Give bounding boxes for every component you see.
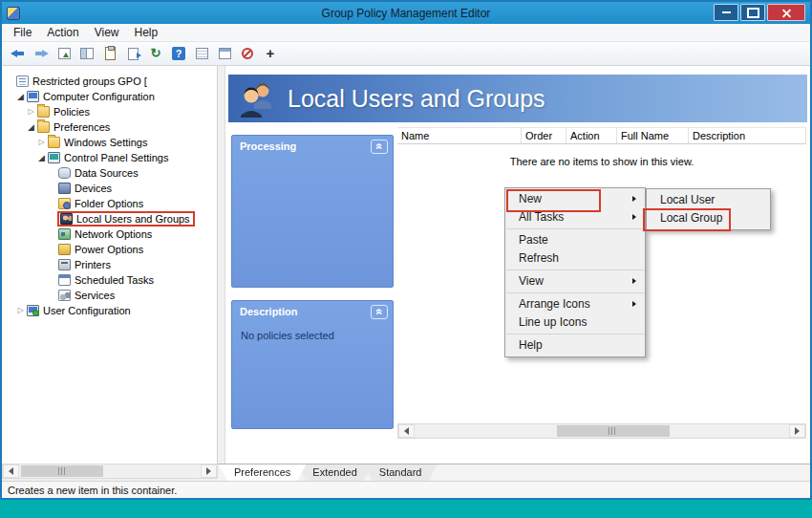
submenu-item-local-user[interactable]: Local User [647,191,770,209]
stop-processing-icon [242,48,253,59]
tree-horizontal-scrollbar[interactable] [2,464,218,479]
column-header-action[interactable]: Action [566,128,617,143]
expander-collapsed-icon[interactable]: ▷ [26,104,36,119]
toolbar-stop-processing-button[interactable] [237,44,258,64]
new-submenu: Local UserLocal Group [646,188,771,230]
tree-item-label: Data Sources [75,167,139,179]
expander-expanded-icon[interactable]: ◢ [15,89,26,104]
expander-collapsed-icon[interactable]: ▷ [36,135,47,150]
toolbar-extended-view-button[interactable] [191,44,212,64]
toolbar-refresh-button[interactable] [145,44,166,64]
list-horizontal-scrollbar[interactable] [397,423,806,439]
context-menu-item-new[interactable]: New [505,190,645,208]
tree-scrollbar-track[interactable] [19,464,201,478]
toolbar-back-button[interactable] [8,44,29,64]
submenu-item-label: Local User [660,193,715,206]
processing-panel: Processing « [231,135,394,288]
toolbar-forward-button[interactable] [31,44,52,64]
toolbar-show-hide-console-tree-button[interactable] [76,44,97,64]
scroll-left-arrow-icon[interactable] [398,424,415,438]
tree-item-printers[interactable]: Printers [2,257,217,272]
tree-item-content: Data Sources [57,166,141,180]
tree-item-content: Folder Options [57,197,146,210]
pane-splitter[interactable] [218,66,225,464]
toolbar-export-list-button[interactable] [122,44,143,64]
processing-panel-title: Processing [240,140,296,152]
window-title: Group Policy Management Editor [2,7,810,20]
tree-item-policies[interactable]: ▷Policies [2,104,217,119]
toolbar-up-level-button[interactable] [53,44,75,64]
expander-expanded-icon[interactable]: ◢ [26,119,36,135]
list-header: NameOrderActionFull NameDescription [397,127,806,144]
tab-standard[interactable]: Standard [364,464,438,481]
tab-extended[interactable]: Extended [297,464,372,481]
tree-item-label: Policies [53,106,90,118]
close-button[interactable] [767,4,805,21]
expander-expanded-icon[interactable]: ◢ [36,150,47,165]
tree-item-content: Computer Configuration [26,90,158,103]
tree-item-power-options[interactable]: Power Options [2,242,217,257]
power-icon [58,244,71,255]
tree-item-preferences[interactable]: ◢Preferences [2,119,217,135]
context-menu-item-label: Line up Icons [519,315,587,329]
tree-item-services[interactable]: Services [2,288,217,303]
clipboard-icon [105,47,116,60]
scroll-left-arrow-icon[interactable] [3,464,19,478]
tree-item-windows-settings[interactable]: ▷Windows Settings [2,135,217,150]
submenu-item-local-group[interactable]: Local Group [647,209,770,227]
toolbar-add-button[interactable] [260,44,281,64]
tree-item-restricted-groups-gpo[interactable]: Restricted groups GPO [ [2,74,217,89]
column-header-name[interactable]: Name [397,128,522,143]
tree-item-data-sources[interactable]: Data Sources [2,165,217,181]
context-menu-item-paste[interactable]: Paste [505,231,645,249]
column-header-description[interactable]: Description [689,128,806,143]
extended-view-icon [196,48,208,59]
scroll-right-arrow-icon[interactable] [789,424,805,438]
column-header-order[interactable]: Order [522,128,566,143]
tree-item-devices[interactable]: Devices [2,181,217,196]
collapse-processing-button[interactable]: « [371,140,388,154]
tree-item-label: Devices [75,183,112,194]
gpme-window: Group Policy Management Editor FileActio… [0,0,812,500]
expander-collapsed-icon[interactable]: ▷ [15,303,26,318]
tree-view[interactable]: Restricted groups GPO [◢Computer Configu… [2,66,218,464]
menu-item-file[interactable]: File [6,24,39,41]
tree-item-local-users-and-groups[interactable]: Local Users and Groups [2,211,217,227]
tree-item-scheduled-tasks[interactable]: Scheduled Tasks [2,272,217,288]
tree-item-label: Services [75,290,115,301]
list-scrollbar-track[interactable] [415,424,789,438]
toolbar-new-window-button[interactable] [214,44,235,64]
tree-item-computer-configuration[interactable]: ◢Computer Configuration [2,89,217,104]
context-menu-item-label: View [519,274,544,288]
context-menu-item-refresh[interactable]: Refresh [505,249,645,268]
tab-preferences[interactable]: Preferences [219,464,306,481]
context-menu-item-arrange-icons[interactable]: Arrange Icons [505,295,645,313]
context-menu-item-help[interactable]: Help [505,336,645,355]
tree-item-content: Printers [57,258,114,271]
collapse-description-button[interactable]: « [371,305,388,319]
context-menu-item-label: All Tasks [519,210,564,224]
network-icon [58,228,71,240]
context-menu-item-all-tasks[interactable]: All Tasks [505,208,645,227]
tree-item-user-configuration[interactable]: ▷User Configuration [2,303,217,318]
menu-item-view[interactable]: View [87,24,127,41]
tree-item-folder-options[interactable]: Folder Options [2,196,217,211]
menu-item-help[interactable]: Help [127,24,166,41]
title-bar[interactable]: Group Policy Management Editor [2,2,810,24]
scroll-right-arrow-icon[interactable] [201,464,217,478]
list-scrollbar-thumb[interactable] [557,425,670,437]
desktop: Group Policy Management Editor FileActio… [0,0,812,518]
context-menu-item-line-up-icons[interactable]: Line up Icons [505,313,645,332]
column-header-full-name[interactable]: Full Name [617,128,689,143]
maximize-button[interactable] [740,4,765,21]
tree-scrollbar-thumb[interactable] [21,465,103,477]
tree-item-content: Devices [57,182,115,195]
tree-item-control-panel-settings[interactable]: ◢Control Panel Settings [2,150,217,165]
context-menu-item-view[interactable]: View [505,272,645,291]
bottom-band: PreferencesExtendedStandard [2,464,810,481]
toolbar-help-button[interactable] [168,44,189,64]
tree-item-network-options[interactable]: Network Options [2,227,217,242]
menu-item-action[interactable]: Action [39,24,86,41]
toolbar-clipboard-button[interactable] [99,44,120,64]
minimize-button[interactable] [714,4,738,21]
